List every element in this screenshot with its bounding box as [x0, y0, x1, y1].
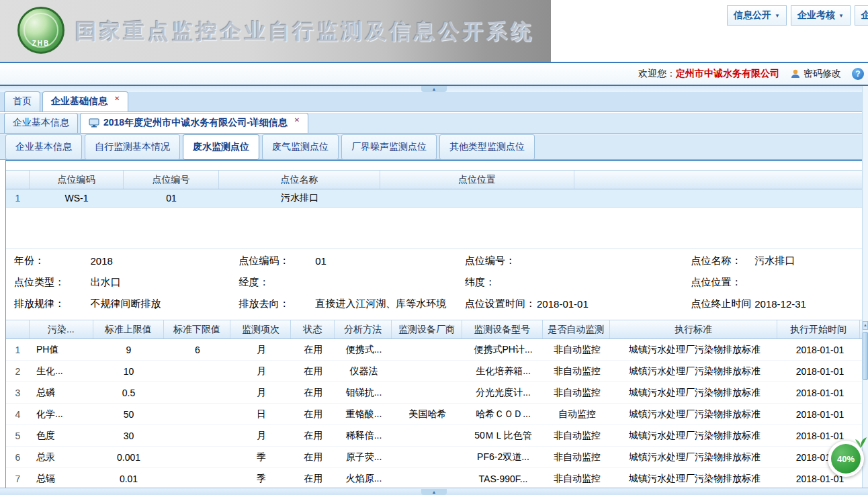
table-cell	[392, 339, 463, 360]
help-icon[interactable]: ?	[852, 68, 864, 80]
column-header[interactable]: 是否自动监测	[543, 320, 610, 339]
column-header[interactable]: 监测设备厂商	[392, 320, 462, 339]
tab-label: 首页	[13, 95, 32, 107]
app-logo-icon: ZHB	[17, 7, 64, 54]
row-number-header	[6, 171, 30, 189]
section-tab[interactable]: 企业基本信息	[5, 134, 82, 160]
table-cell: 火焰原...	[335, 468, 392, 489]
table-row[interactable]: 5色度30月在用稀释倍...50ＭＬ比色管非自动监控城镇污水处理厂污染物排放标准…	[6, 425, 863, 447]
table-row[interactable]: 7总镉0.01季在用火焰原...TAS-990F...非自动监控城镇污水处理厂污…	[6, 468, 863, 490]
form-value: 不规律间断排放	[91, 298, 231, 310]
topnav-item[interactable]: 企业▼	[855, 5, 868, 26]
table-cell: TAS-990F...	[463, 468, 544, 489]
column-header[interactable]: 执行开始时间	[777, 320, 860, 339]
table-cell: 城镇污水处理厂污染物排放标准	[611, 404, 779, 424]
column-header[interactable]: 污染...	[30, 320, 93, 339]
table-cell: 2018-01-01	[779, 339, 861, 360]
tab-label: 2018年度定州市中诚水务有限公司-详细信息	[103, 117, 288, 129]
topnav-item[interactable]: 企业考核▼	[791, 5, 851, 26]
detail-tabbar: 企业基本信息2018年度定州市中诚水务有限公司-详细信息✕	[0, 112, 868, 134]
main-tabbar: 首页企业基础信息✕	[0, 92, 868, 112]
section-tab[interactable]: 废水监测点位	[183, 134, 259, 160]
table-cell	[164, 361, 231, 381]
section-tab[interactable]: 厂界噪声监测点位	[341, 134, 437, 160]
row-number: 5	[6, 425, 30, 446]
table-cell: 总磷	[30, 382, 93, 403]
topnav-item[interactable]: 信息公开▼	[727, 5, 787, 26]
table-cell: 生化...	[30, 361, 93, 381]
zoom-badge[interactable]: 40%	[828, 441, 864, 477]
vertical-scrollbar[interactable]: ▲	[862, 86, 868, 488]
user-icon	[790, 69, 801, 79]
main-tab[interactable]: 企业基础信息✕	[42, 91, 128, 111]
collapse-up-handle[interactable]: ▲	[421, 86, 447, 92]
table-cell: 稀释倍...	[335, 425, 392, 446]
scrollbar-thumb[interactable]	[863, 332, 868, 380]
table-row[interactable]: 3总磷0.5月在用钼锑抗...分光光度计...非自动监控城镇污水处理厂污染物排放…	[6, 382, 863, 404]
close-icon[interactable]: ✕	[114, 95, 120, 102]
points-table-header: 点位编码点位编号点位名称点位位置	[6, 170, 863, 189]
column-header[interactable]: 点位位置	[380, 171, 574, 189]
form-label: 排放去向：	[231, 298, 316, 310]
table-cell	[164, 404, 231, 424]
table-cell: 2018-01-01	[779, 382, 861, 403]
section-tab[interactable]: 自行监测基本情况	[85, 134, 180, 160]
form-value: 2018	[91, 255, 231, 267]
change-password-label: 密码修改	[804, 68, 841, 80]
table-row[interactable]: 6总汞0.001季在用原子荧...PF6-2双道...非自动监控城镇污水处理厂污…	[6, 447, 863, 468]
table-cell: 月	[231, 339, 292, 360]
table-cell: 非自动监控	[544, 361, 611, 381]
table-cell: 季	[231, 447, 292, 467]
app-title: 国家重点监控企业自行监测及信息公开系统	[75, 17, 535, 46]
column-header[interactable]: 监测设备型号	[462, 320, 543, 339]
table-cell: 化学...	[30, 404, 93, 424]
change-password-button[interactable]: 密码修改	[790, 68, 841, 80]
column-header[interactable]: 分析方法	[335, 320, 392, 339]
welcome-prefix: 欢迎您：	[638, 68, 676, 79]
table-cell	[392, 468, 463, 489]
column-header[interactable]: 状态	[291, 320, 335, 339]
section-tabbar: 企业基本信息自行监测基本情况废水监测点位废气监测点位厂界噪声监测点位其他类型监测…	[0, 134, 868, 160]
detail-tab[interactable]: 企业基本信息	[4, 113, 78, 133]
form-label: 点位名称：	[683, 255, 755, 267]
table-row[interactable]: 1PH值96月在用便携式...便携式PH计...非自动监控城镇污水处理厂污染物排…	[6, 339, 863, 361]
column-header[interactable]: 点位名称	[219, 171, 380, 189]
column-header[interactable]: 点位编码	[30, 171, 124, 189]
tab-label: 废气监测点位	[272, 141, 329, 152]
tab-label: 企业基本信息	[13, 117, 69, 129]
main-tab[interactable]: 首页	[4, 91, 40, 111]
app-banner: ZHB 国家重点监控企业自行监测及信息公开系统	[0, 0, 551, 62]
collapse-up-handle-bottom[interactable]: ▲	[421, 489, 447, 495]
form-label: 点位编码：	[231, 255, 316, 267]
table-row[interactable]: 1WS-101污水排口	[6, 189, 863, 208]
section-tab[interactable]: 废气监测点位	[262, 134, 339, 160]
column-header[interactable]: 标准上限值	[93, 320, 164, 339]
section-tab[interactable]: 其他类型监测点位	[439, 134, 535, 160]
tab-label: 企业基本信息	[15, 141, 72, 152]
table-cell: 重铬酸...	[335, 404, 392, 424]
table-cell: 50ＭＬ比色管	[463, 425, 544, 446]
table-cell: 月	[231, 361, 292, 381]
close-icon[interactable]: ✕	[294, 116, 300, 124]
table-cell: 污水排口	[219, 189, 380, 207]
logo-text: ZHB	[19, 40, 62, 47]
table-row[interactable]: 4化学...50日在用重铬酸...美国哈希哈希ＣＯＤ...自动监控城镇污水处理厂…	[6, 404, 863, 425]
column-header[interactable]: 标准下限值	[164, 320, 231, 339]
topnav-item-label: 企业考核	[797, 9, 835, 21]
column-header[interactable]: 点位编号	[124, 171, 219, 189]
table-row[interactable]: 2生化...10月在用仪器法生化培养箱...非自动监控城镇污水处理厂污染物排放标…	[6, 361, 863, 382]
column-header[interactable]: 监测项次	[230, 320, 291, 339]
row-number: 6	[6, 447, 30, 467]
section-divider	[6, 249, 863, 249]
table-cell: 非自动监控	[544, 425, 611, 446]
table-cell	[392, 447, 463, 467]
table-cell: 城镇污水处理厂污染物排放标准	[611, 339, 779, 360]
tab-label: 废水监测点位	[193, 141, 249, 152]
table-cell: 生化培养箱...	[463, 361, 544, 381]
table-cell: 城镇污水处理厂污染物排放标准	[611, 447, 779, 467]
detail-tab[interactable]: 2018年度定州市中诚水务有限公司-详细信息✕	[80, 113, 308, 133]
table-cell: PF6-2双道...	[463, 447, 544, 467]
scroll-up-button[interactable]: ▲	[863, 321, 868, 330]
column-header[interactable]: 执行标准	[610, 320, 778, 339]
table-cell: 月	[231, 425, 292, 446]
